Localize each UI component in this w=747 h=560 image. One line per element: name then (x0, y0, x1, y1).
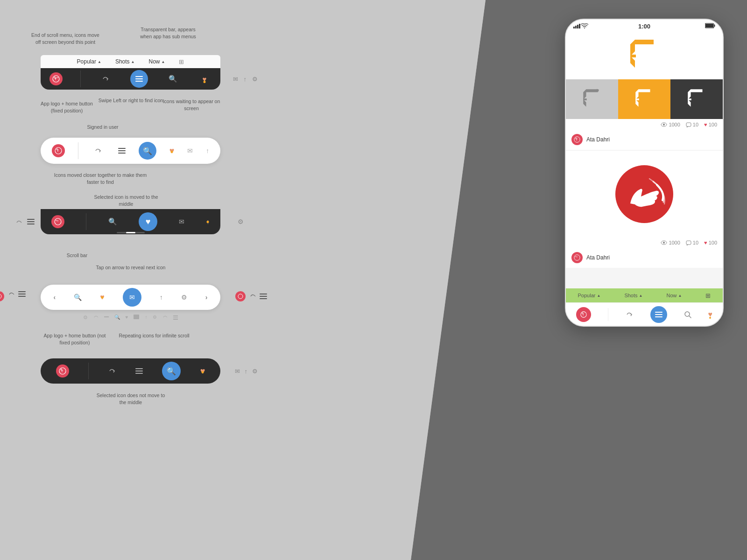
svg-rect-25 (688, 98, 691, 100)
dribbble-logo-1[interactable] (49, 72, 63, 85)
arrow-icon-5[interactable] (108, 367, 116, 375)
prev-arrow-4[interactable]: ‹ (54, 294, 56, 301)
svg-point-32 (663, 242, 665, 244)
bottom-grid-icon[interactable]: ⊞ (705, 292, 711, 299)
author-avatar-1 (571, 134, 583, 145)
menu-icon-active-1[interactable] (130, 70, 148, 88)
menu-popular-label: Popular (77, 58, 96, 65)
arrow-icon-1[interactable] (99, 72, 113, 86)
svg-point-30 (615, 165, 673, 223)
navbar-4-inner: ‹ 🔍 ♥ ✉ ↑ ⚙ › (41, 285, 220, 310)
left-panel: End of scroll menu, icons move off scree… (0, 0, 299, 560)
menu-popular[interactable]: Popular ▲ (77, 58, 101, 65)
phone-frame: 1:00 (565, 19, 724, 327)
shot-card-2: 1000 10 ♥ 100 (566, 151, 723, 268)
dribbble-left-4 (0, 291, 4, 301)
comments-2: 10 (686, 240, 698, 245)
icons-left-3 (15, 219, 35, 226)
heart-stat-2: ♥ (704, 240, 707, 245)
gear-icon-4[interactable]: ⚙ (181, 294, 187, 301)
repeat-lines (104, 316, 109, 317)
bottom-popular-label: Popular (578, 293, 596, 298)
next-arrow-4[interactable]: › (205, 294, 208, 301)
logo-gray-variant (566, 79, 618, 119)
heart-container-2: ♥ (169, 146, 175, 156)
navbar-bottom-strip-1: 🔍 ♥ ✉ ↑ ⚙ (41, 68, 220, 90)
upload-icon-2[interactable]: ↑ (206, 147, 209, 154)
search-icon-4[interactable]: 🔍 (74, 294, 82, 301)
svg-rect-6 (573, 27, 575, 28)
gear-right-5: ⚙ (252, 368, 258, 375)
heart-icon-1[interactable]: ♥ (197, 72, 211, 86)
upload-icon-4[interactable]: ↑ (160, 294, 163, 301)
phone-content[interactable]: 1000 10 ♥ 100 (566, 33, 723, 326)
svg-point-0 (53, 76, 59, 82)
svg-rect-28 (686, 123, 691, 126)
bottom-menu-shots[interactable]: Shots ▲ (624, 293, 642, 298)
mail-icon-4: ✉ (129, 294, 135, 301)
c-logo-main (626, 37, 663, 75)
bottom-menu-now[interactable]: Now ▲ (666, 293, 682, 298)
dribbble-logo-2[interactable] (52, 144, 65, 157)
icons-right-4 (235, 291, 267, 301)
dribbble-logo-5[interactable] (56, 364, 69, 378)
mail-right-5: ✉ (235, 368, 240, 375)
bottom-search-icon[interactable] (684, 311, 691, 318)
search-circle-5[interactable]: 🔍 (162, 362, 181, 380)
logo-dark-variant (670, 79, 723, 119)
bottom-arrow-icon[interactable] (625, 310, 634, 319)
shot-author-1[interactable]: Ata Dahri (566, 130, 723, 150)
svg-rect-12 (714, 25, 715, 27)
menu-shots[interactable]: Shots ▲ (115, 58, 135, 65)
heart-container-1: ♥ (197, 72, 211, 86)
menu-icon-5[interactable] (135, 368, 143, 374)
navbar-1: Popular ▲ Shots ▲ Now ▲ ⊞ (41, 55, 220, 90)
annotation-app-logo: App logo + home button (fixed position) (36, 100, 97, 114)
svg-point-2 (55, 218, 61, 225)
svg-line-37 (689, 316, 691, 318)
dribbble-logo-3[interactable] (51, 215, 64, 228)
bottom-nav-icons: ♥ (566, 302, 723, 326)
bottom-menu-popular[interactable]: Popular ▲ (578, 293, 601, 298)
search-icon-1[interactable]: 🔍 (166, 72, 180, 86)
navbar-5-inner: 🔍 ♥ ✉ ↑ ⚙ (41, 358, 220, 384)
mail-icon-3[interactable]: ✉ (179, 218, 184, 225)
search-circle-2[interactable]: 🔍 (139, 142, 156, 160)
mail-circle-4[interactable]: ✉ (123, 288, 141, 307)
search-icon-3[interactable]: 🔍 (108, 217, 117, 226)
divider-2 (78, 142, 78, 159)
repeat-menu (173, 315, 178, 321)
outside-icons-1: ✉ ↑ ⚙ (233, 76, 258, 83)
arrow-icon-2[interactable] (91, 144, 105, 158)
bottom-now-label: Now (666, 293, 677, 298)
gear-outside-3: ⚙ (238, 217, 244, 226)
signal-icons (573, 24, 581, 28)
divider-1 (80, 70, 81, 87)
repeat-gear-2: ⚙ (153, 315, 157, 321)
menu-icon-2[interactable] (118, 148, 126, 154)
bottom-dribbble[interactable] (576, 307, 591, 322)
repeating-row-4: ⚙ 🔍 ♥ ↑ ⚙ (41, 315, 220, 321)
orange-dot-5 (202, 371, 204, 373)
orange-dot-1 (204, 81, 206, 83)
svg-rect-15 (630, 55, 636, 57)
repeat-mail (134, 315, 139, 319)
upload-right-5: ↑ (245, 368, 248, 375)
bottom-popular-caret: ▲ (597, 294, 600, 298)
grid-icon-nav1[interactable]: ⊞ (179, 58, 184, 65)
orange-dot-4 (101, 296, 103, 299)
menu-left-3 (27, 219, 35, 226)
logo-variants (566, 79, 723, 119)
shot-author-2[interactable]: Ata Dahri (566, 248, 723, 268)
svg-marker-14 (630, 56, 654, 68)
svg-point-5 (59, 368, 66, 374)
upload-container-3: ↑ (206, 217, 210, 226)
svg-rect-22 (635, 98, 639, 100)
heart-circle-3[interactable]: ♥ (139, 212, 157, 231)
bottom-menu-circle[interactable] (650, 306, 667, 323)
menu-now[interactable]: Now ▲ (148, 58, 165, 65)
mail-icon-2[interactable]: ✉ (187, 147, 193, 154)
navbar-top-strip: Popular ▲ Shots ▲ Now ▲ ⊞ (41, 55, 220, 68)
navbar-3-inner: 🔍 ♥ ✉ ↑ ⚙ (41, 209, 220, 234)
orange-dot-3 (207, 221, 209, 223)
